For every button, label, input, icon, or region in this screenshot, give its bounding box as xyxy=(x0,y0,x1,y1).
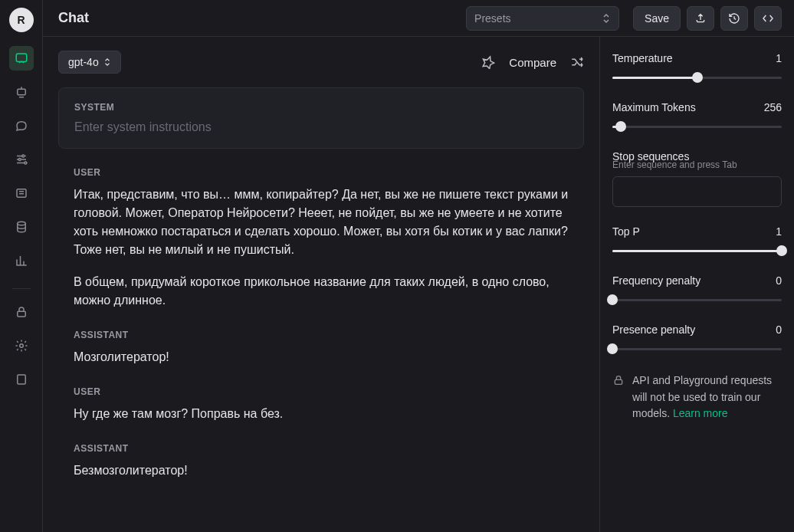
frequency-penalty-slider[interactable] xyxy=(612,294,782,305)
nav-storage-icon[interactable] xyxy=(9,215,34,239)
history-icon xyxy=(728,12,740,25)
setting-stop-sequences: Stop sequences Enter sequence and press … xyxy=(612,150,782,207)
message-user-2: USER Ну где же там мозг? Поправь на без. xyxy=(58,386,584,423)
message-text[interactable]: Итак, представим, что вы… ммм, копирайте… xyxy=(74,186,569,310)
page-title: Chat xyxy=(58,10,89,26)
setting-label: Maximum Tokens xyxy=(612,101,696,113)
setting-label: Top P xyxy=(612,225,640,238)
code-button[interactable] xyxy=(754,6,782,31)
setting-label: Frequency penalty xyxy=(612,274,700,287)
svg-point-4 xyxy=(24,162,26,164)
presets-dropdown[interactable]: Presets xyxy=(466,6,619,31)
save-button[interactable]: Save xyxy=(633,6,681,31)
system-role-label: SYSTEM xyxy=(74,102,568,113)
presence-penalty-slider[interactable] xyxy=(612,343,782,354)
setting-value: 256 xyxy=(764,101,782,113)
nav-speech-icon[interactable] xyxy=(9,113,34,138)
nav-batch-icon[interactable] xyxy=(9,181,34,205)
role-label: ASSISTANT xyxy=(74,443,569,454)
svg-point-3 xyxy=(18,159,21,161)
message-text[interactable]: Безмозголитератор! xyxy=(74,461,569,480)
setting-value: 0 xyxy=(776,274,782,287)
setting-temperature: Temperature 1 xyxy=(612,52,782,83)
nav-lock-icon[interactable] xyxy=(9,300,34,324)
message-text[interactable]: Ну где же там мозг? Поправь на без. xyxy=(74,405,569,423)
svg-rect-0 xyxy=(16,54,27,62)
settings-panel: Temperature 1 Maximum Tokens 256 xyxy=(599,37,794,532)
model-selector[interactable]: gpt-4o xyxy=(58,51,121,74)
message-assistant-2: ASSISTANT Безмозголитератор! xyxy=(58,443,584,480)
chat-area: gpt-4o Compare SYSTEM Enter system instr… xyxy=(43,37,599,532)
updown-icon xyxy=(602,13,611,24)
svg-rect-7 xyxy=(17,311,25,317)
code-icon xyxy=(762,12,774,25)
message-text[interactable]: Мозголитератор! xyxy=(74,348,569,366)
nav-divider xyxy=(12,288,31,289)
role-label: USER xyxy=(74,167,569,178)
max-tokens-slider[interactable] xyxy=(612,121,782,132)
svg-rect-9 xyxy=(17,375,25,384)
setting-value: 1 xyxy=(776,52,782,64)
lock-icon xyxy=(612,374,625,386)
nav-tune-icon[interactable] xyxy=(9,147,34,172)
system-box[interactable]: SYSTEM Enter system instructions xyxy=(58,87,584,149)
history-button[interactable] xyxy=(720,6,748,31)
svg-point-6 xyxy=(17,222,25,225)
setting-top-p: Top P 1 xyxy=(612,225,782,256)
svg-rect-1 xyxy=(17,89,25,95)
setting-presence-penalty: Presence penalty 0 xyxy=(612,323,782,354)
model-name: gpt-4o xyxy=(68,56,99,68)
nav-assistant-icon[interactable] xyxy=(9,80,34,104)
setting-label: Presence penalty xyxy=(612,323,695,336)
setting-value: 1 xyxy=(776,225,782,238)
training-info: API and Playground requests will not be … xyxy=(612,373,782,422)
setting-sublabel: Enter sequence and press Tab xyxy=(612,159,782,170)
setting-frequency-penalty: Frequency penalty 0 xyxy=(612,274,782,305)
compare-button[interactable]: Compare xyxy=(509,56,556,69)
nav-usage-icon[interactable] xyxy=(9,248,34,273)
message-assistant-1: ASSISTANT Мозголитератор! xyxy=(58,330,584,366)
setting-max-tokens: Maximum Tokens 256 xyxy=(612,101,782,132)
nav-chat-icon[interactable] xyxy=(9,46,34,71)
shuffle-icon[interactable] xyxy=(570,55,584,69)
temperature-slider[interactable] xyxy=(612,72,782,83)
message-user-1: USER Итак, представим, что вы… ммм, копи… xyxy=(58,167,584,310)
role-label: ASSISTANT xyxy=(74,330,569,340)
svg-rect-10 xyxy=(615,379,622,384)
role-label: USER xyxy=(74,386,569,397)
setting-value: 0 xyxy=(776,323,782,336)
avatar[interactable]: R xyxy=(9,8,34,32)
nav-settings-icon[interactable] xyxy=(9,333,34,358)
topbar: Chat Presets Save xyxy=(43,0,794,37)
upload-icon xyxy=(694,12,707,25)
share-button[interactable] xyxy=(687,6,714,31)
pin-icon[interactable] xyxy=(481,55,495,69)
top-p-slider[interactable] xyxy=(612,245,782,256)
svg-point-2 xyxy=(21,155,24,157)
updown-icon xyxy=(103,57,111,67)
sidebar: R xyxy=(0,0,43,532)
system-placeholder: Enter system instructions xyxy=(74,120,568,134)
presets-label: Presets xyxy=(474,12,510,25)
setting-label: Temperature xyxy=(612,52,673,64)
learn-more-link[interactable]: Learn more xyxy=(673,407,728,419)
stop-sequences-input[interactable] xyxy=(612,176,782,207)
svg-point-8 xyxy=(19,344,23,348)
nav-docs-icon[interactable] xyxy=(9,367,34,392)
